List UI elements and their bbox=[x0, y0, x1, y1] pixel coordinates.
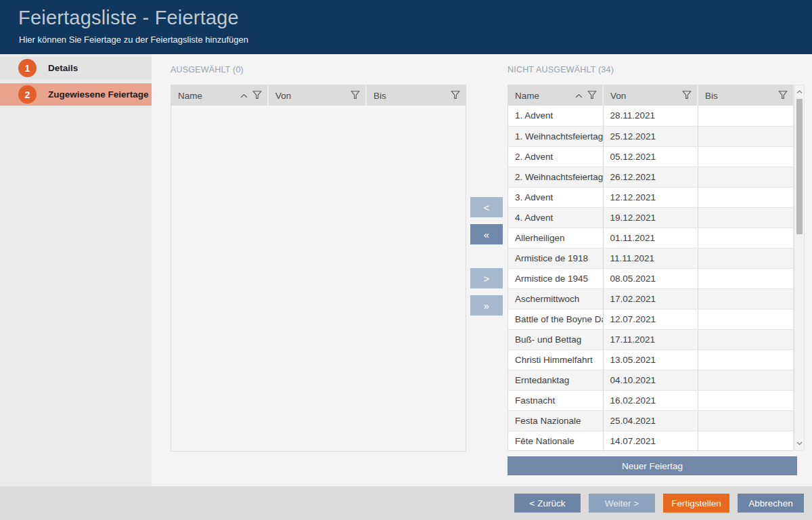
back-button[interactable]: < Zurück bbox=[514, 494, 581, 513]
table-cell bbox=[698, 349, 793, 370]
filter-funnel-icon[interactable] bbox=[252, 90, 262, 102]
table-row[interactable]: 1. Weihnachtsfeiertag25.12.2021 bbox=[508, 126, 793, 146]
wizard-step-assigned-holidays[interactable]: 2 Zugewiesene Feiertage bbox=[0, 83, 152, 106]
table-cell: Allerheiligen bbox=[508, 228, 603, 248]
table-row[interactable]: Allerheiligen01.11.2021 bbox=[508, 228, 793, 248]
table-cell bbox=[698, 106, 793, 126]
table-cell bbox=[698, 268, 793, 288]
table-row[interactable]: 2. Advent05.12.2021 bbox=[508, 146, 793, 167]
column-header-bis[interactable]: Bis bbox=[366, 85, 466, 106]
table-cell: Battle of the Boyne Da bbox=[508, 309, 603, 329]
filter-funnel-icon[interactable] bbox=[682, 90, 692, 102]
next-button[interactable]: Weiter > bbox=[589, 494, 655, 513]
table-cell: Buß- und Bettag bbox=[508, 329, 603, 349]
table-row[interactable]: 1. Advent28.11.2021 bbox=[508, 106, 793, 126]
page-subtitle: Hier können Sie Feiertage zu der Feierta… bbox=[19, 35, 248, 45]
table-cell: 26.12.2021 bbox=[603, 167, 698, 187]
column-header-name[interactable]: Name bbox=[171, 85, 268, 106]
cancel-button[interactable]: Abbrechen bbox=[738, 494, 804, 513]
new-holiday-button[interactable]: Neuer Feiertag bbox=[508, 456, 797, 475]
table-header-row: Name Von Bis bbox=[171, 85, 466, 106]
table-cell bbox=[698, 248, 793, 268]
table-row[interactable]: Christi Himmelfahrt13.05.2021 bbox=[508, 349, 793, 370]
table-cell: 12.07.2021 bbox=[603, 309, 698, 329]
step-number-badge: 2 bbox=[18, 85, 37, 104]
step-label: Details bbox=[48, 63, 78, 73]
table-cell: 13.05.2021 bbox=[603, 349, 698, 370]
column-header-von[interactable]: Von bbox=[268, 85, 366, 106]
filter-funnel-icon[interactable] bbox=[587, 90, 597, 102]
table-cell bbox=[698, 390, 793, 410]
table-cell bbox=[698, 309, 793, 329]
table-cell: 25.04.2021 bbox=[603, 410, 698, 431]
double-chevron-left-icon: « bbox=[484, 229, 489, 240]
table-cell bbox=[698, 410, 793, 431]
finish-button[interactable]: Fertigstellen bbox=[663, 494, 729, 513]
table-cell bbox=[698, 370, 793, 390]
selected-panel-title: AUSGEWÄHLT (0) bbox=[171, 65, 244, 74]
column-header-bis[interactable]: Bis bbox=[698, 85, 793, 106]
wizard-step-details[interactable]: 1 Details bbox=[0, 57, 152, 79]
table-row[interactable]: Fête Nationale14.07.2021 bbox=[508, 431, 793, 451]
column-header-label: Von bbox=[275, 91, 291, 101]
move-right-button[interactable]: > bbox=[470, 268, 503, 288]
table-row[interactable]: Erntedanktag04.10.2021 bbox=[508, 370, 793, 390]
table-cell bbox=[698, 146, 793, 167]
step-label: Zugewiesene Feiertage bbox=[48, 89, 149, 100]
table-cell: 04.10.2021 bbox=[603, 370, 698, 390]
table-cell: 01.11.2021 bbox=[603, 228, 698, 248]
filter-funnel-icon[interactable] bbox=[451, 90, 460, 102]
selected-table: Name Von Bis bbox=[171, 85, 466, 452]
wizard-sidebar: 1 Details 2 Zugewiesene Feiertage bbox=[0, 54, 152, 486]
table-cell bbox=[698, 329, 793, 349]
table-cell: Armistice de 1918 bbox=[508, 248, 603, 268]
column-header-label: Name bbox=[515, 91, 539, 101]
scrollbar-thumb[interactable] bbox=[796, 99, 803, 234]
table-cell: 1. Weihnachtsfeiertag bbox=[508, 126, 603, 146]
table-row[interactable]: 2. Weihnachtsfeiertag26.12.2021 bbox=[508, 167, 793, 187]
filter-funnel-icon[interactable] bbox=[351, 90, 360, 102]
scroll-down-icon[interactable] bbox=[795, 439, 804, 448]
filter-funnel-icon[interactable] bbox=[778, 90, 788, 102]
double-chevron-right-icon: » bbox=[484, 300, 489, 311]
page-title: Feiertagsliste - Feiertage bbox=[18, 7, 239, 29]
table-row[interactable]: Armistice de 194508.05.2021 bbox=[508, 268, 793, 288]
table-cell: 12.12.2021 bbox=[603, 187, 698, 207]
table-cell: 17.11.2021 bbox=[603, 329, 698, 349]
table-cell bbox=[698, 228, 793, 248]
table-row[interactable]: Aschermittwoch17.02.2021 bbox=[508, 288, 793, 309]
column-header-label: Name bbox=[178, 91, 202, 101]
scroll-up-icon[interactable] bbox=[795, 87, 804, 97]
column-header-label: Bis bbox=[374, 91, 386, 101]
table-row[interactable]: 4. Advent19.12.2021 bbox=[508, 207, 793, 228]
column-header-von[interactable]: Von bbox=[603, 85, 698, 106]
unselected-table: Name Von Bis bbox=[508, 85, 794, 451]
vertical-scrollbar[interactable] bbox=[794, 85, 805, 451]
column-header-label: Bis bbox=[705, 91, 718, 101]
column-header-label: Von bbox=[610, 91, 626, 101]
table-row[interactable]: Festa Nazionale25.04.2021 bbox=[508, 410, 793, 431]
table-cell: Erntedanktag bbox=[508, 370, 603, 390]
table-cell: 14.07.2021 bbox=[603, 431, 698, 451]
table-cell: Fête Nationale bbox=[508, 431, 603, 451]
move-all-right-button[interactable]: » bbox=[470, 295, 503, 316]
table-cell: 17.02.2021 bbox=[603, 288, 698, 309]
table-row[interactable]: 3. Advent12.12.2021 bbox=[508, 187, 793, 207]
table-cell: Armistice de 1945 bbox=[508, 268, 603, 288]
table-header-row: Name Von Bis bbox=[508, 85, 793, 106]
table-cell: 19.12.2021 bbox=[603, 207, 698, 228]
move-all-left-button[interactable]: « bbox=[470, 224, 503, 244]
move-left-button[interactable]: < bbox=[470, 197, 503, 217]
table-cell bbox=[698, 126, 793, 146]
table-row[interactable]: Battle of the Boyne Da12.07.2021 bbox=[508, 309, 793, 329]
table-cell bbox=[698, 167, 793, 187]
table-row[interactable]: Fastnacht16.02.2021 bbox=[508, 390, 793, 410]
table-cell: Fastnacht bbox=[508, 390, 603, 410]
table-cell: 2. Weihnachtsfeiertag bbox=[508, 167, 603, 187]
table-cell: 4. Advent bbox=[508, 207, 603, 228]
table-cell: 3. Advent bbox=[508, 187, 603, 207]
table-row[interactable]: Buß- und Bettag17.11.2021 bbox=[508, 329, 793, 349]
column-header-name[interactable]: Name bbox=[508, 85, 603, 106]
table-cell: 28.11.2021 bbox=[603, 106, 698, 126]
table-row[interactable]: Armistice de 191811.11.2021 bbox=[508, 248, 793, 268]
